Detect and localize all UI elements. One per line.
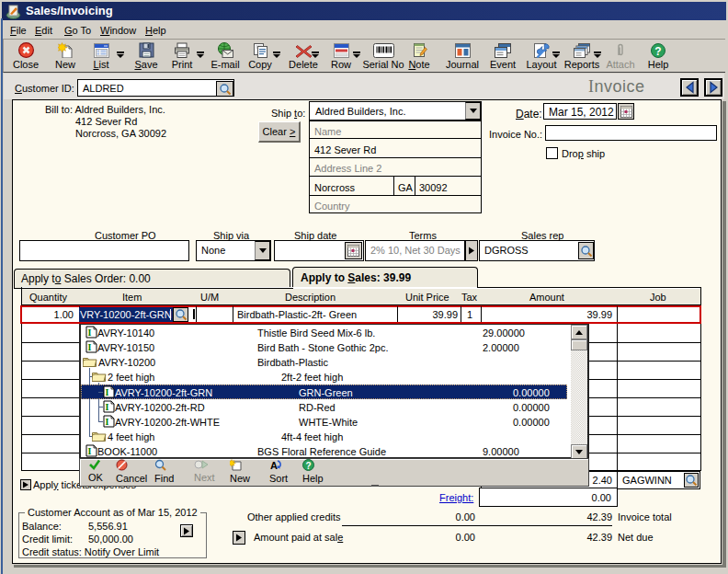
svg-text:?: ? (305, 461, 311, 471)
svg-text:A: A (270, 460, 278, 471)
svg-text:?: ? (654, 45, 661, 58)
